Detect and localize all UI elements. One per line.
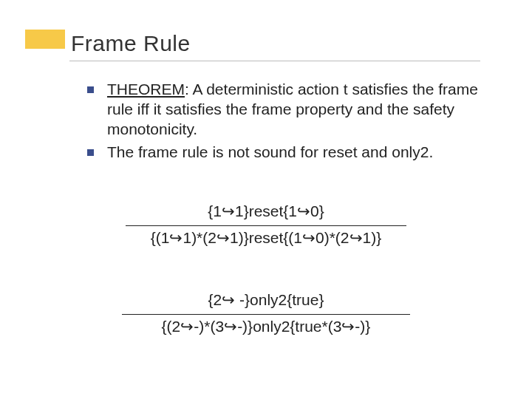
list-item: The frame rule is not sound for reset an… bbox=[87, 143, 486, 163]
bullet-text: THEOREM: A deterministic action t satisf… bbox=[107, 80, 486, 140]
bullet-icon bbox=[87, 86, 94, 93]
derivation-conclusion: {(2↪-)*(3↪-)}only2{true*(3↪-)} bbox=[0, 316, 532, 336]
inference-line bbox=[126, 225, 406, 226]
bullet-icon bbox=[87, 149, 94, 156]
list-item: THEOREM: A deterministic action t satisf… bbox=[87, 80, 486, 140]
derivation-only2: {2↪ -}only2{true} {(2↪-)*(3↪-)}only2{tru… bbox=[0, 290, 532, 337]
derivation-conclusion: {(1↪1)*(2↪1)}reset{(1↪0)*(2↪1)} bbox=[0, 228, 532, 248]
slide-title: Frame Rule bbox=[71, 31, 191, 56]
title-underline bbox=[69, 61, 480, 61]
theorem-label: THEOREM bbox=[107, 81, 185, 98]
derivation-reset: {1↪1}reset{1↪0} {(1↪1)*(2↪1)}reset{(1↪0)… bbox=[0, 201, 532, 248]
slide: Frame Rule THEOREM: A deterministic acti… bbox=[0, 0, 532, 399]
derivation-premise: {1↪1}reset{1↪0} bbox=[206, 201, 325, 222]
inference-line bbox=[122, 314, 410, 315]
bullet-text: The frame rule is not sound for reset an… bbox=[107, 143, 433, 163]
bullet-list: THEOREM: A deterministic action t satisf… bbox=[87, 80, 486, 166]
derivation-premise: {2↪ -}only2{true} bbox=[207, 290, 326, 311]
accent-box bbox=[25, 30, 65, 49]
